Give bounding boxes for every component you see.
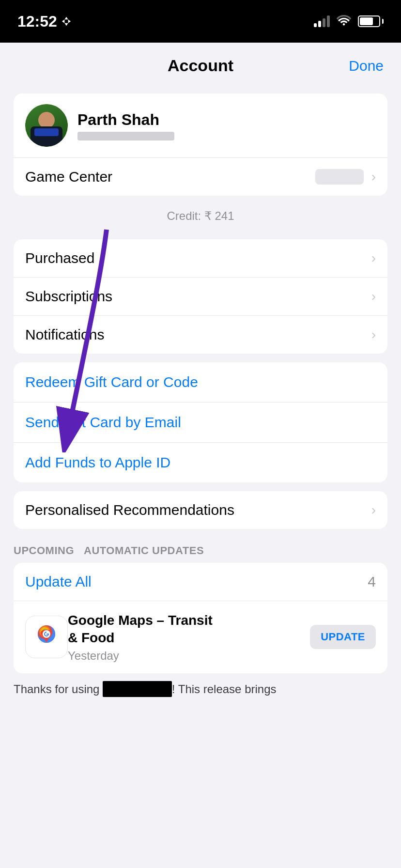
profile-email-redacted — [77, 132, 174, 140]
upcoming-label: UPCOMING — [14, 544, 74, 557]
purchased-label: Purchased — [25, 250, 371, 266]
wifi-icon — [337, 14, 351, 29]
google-maps-app-icon — [25, 616, 68, 658]
update-count: 4 — [368, 574, 376, 590]
updates-header: UPCOMING AUTOMATIC UPDATES — [0, 538, 401, 560]
update-button[interactable]: UPDATE — [310, 625, 376, 649]
profile-row[interactable]: Parth Shah — [14, 93, 387, 158]
app-name: Google Maps – Transit& Food — [68, 612, 310, 647]
notifications-row[interactable]: Notifications › — [14, 316, 387, 354]
personalised-label: Personalised Recommendations — [25, 502, 371, 518]
avatar — [25, 104, 68, 147]
purchased-row[interactable]: Purchased › — [14, 239, 387, 278]
notifications-label: Notifications — [25, 326, 371, 343]
updates-section: Update All 4 — [14, 563, 387, 673]
update-all-label: Update All — [25, 574, 368, 590]
redeem-gift-card-row[interactable]: Redeem Gift Card or Code — [14, 362, 387, 403]
app-date: Yesterday — [68, 649, 310, 663]
battery-icon: 47 — [358, 16, 384, 27]
purchased-chevron-icon: › — [371, 250, 376, 266]
update-all-row[interactable]: Update All 4 — [14, 563, 387, 601]
redeem-gift-card-label: Redeem Gift Card or Code — [25, 374, 376, 390]
personalised-section: Personalised Recommendations › — [14, 491, 387, 529]
app-info: Google Maps – Transit& Food Yesterday — [68, 612, 310, 663]
profile-info: Parth Shah — [77, 111, 376, 140]
notifications-chevron-icon: › — [371, 327, 376, 342]
menu-section: Purchased › Subscriptions › Notification… — [14, 239, 387, 354]
done-button[interactable]: Done — [349, 58, 384, 74]
personalised-row[interactable]: Personalised Recommendations › — [14, 491, 387, 529]
game-center-chevron-icon: › — [371, 169, 376, 185]
subscriptions-label: Subscriptions — [25, 288, 371, 305]
bottom-text: Thanks for using Google Maps! This relea… — [0, 673, 401, 705]
app-update-row: Google Maps – Transit& Food Yesterday UP… — [14, 601, 387, 673]
header: Account Done — [0, 43, 401, 85]
status-icons: 47 — [314, 14, 384, 29]
page-title: Account — [168, 56, 233, 75]
status-time: 12:52 — [17, 13, 72, 31]
credit-text: Credit: ₹ 241 — [0, 204, 401, 231]
add-funds-row[interactable]: Add Funds to Apple ID — [14, 443, 387, 482]
send-gift-card-row[interactable]: Send Gift Card by Email — [14, 403, 387, 443]
game-center-label: Game Center — [25, 169, 315, 185]
game-center-row[interactable]: Game Center › — [14, 158, 387, 196]
send-gift-card-label: Send Gift Card by Email — [25, 414, 376, 431]
personalised-chevron-icon: › — [371, 502, 376, 518]
gift-card-section: Redeem Gift Card or Code Send Gift Card … — [14, 362, 387, 482]
signal-bars-icon — [314, 16, 330, 27]
profile-name: Parth Shah — [77, 111, 376, 129]
subscriptions-chevron-icon: › — [371, 289, 376, 304]
add-funds-label: Add Funds to Apple ID — [25, 454, 376, 471]
automatic-updates-label: AUTOMATIC UPDATES — [84, 544, 204, 557]
profile-section: Parth Shah Game Center › — [14, 93, 387, 196]
game-center-value — [315, 169, 364, 185]
subscriptions-row[interactable]: Subscriptions › — [14, 278, 387, 316]
